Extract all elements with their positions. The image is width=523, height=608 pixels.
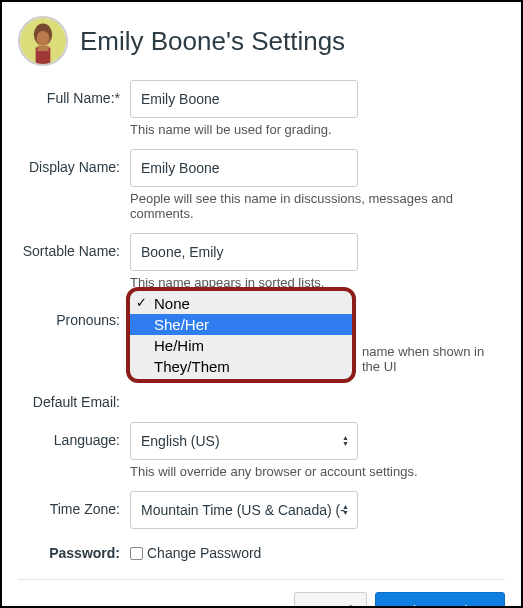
full-name-hint: This name will be used for grading. <box>130 122 505 137</box>
language-select[interactable]: English (US) ▲▼ <box>130 422 358 460</box>
row-time-zone: Time Zone: Mountain Time (US & Canada) (… <box>18 491 505 529</box>
row-full-name: Full Name:* Emily Boone This name will b… <box>18 80 505 143</box>
option-label: She/Her <box>154 316 209 333</box>
time-zone-select[interactable]: Mountain Time (US & Canada) (- ▲▼ <box>130 491 358 529</box>
svg-rect-4 <box>37 46 48 52</box>
time-zone-value: Mountain Time (US & Canada) (- <box>141 502 345 518</box>
language-hint: This will override any browser or accoun… <box>130 464 505 479</box>
page-title: Emily Boone's Settings <box>80 26 345 57</box>
change-password-checkbox[interactable] <box>130 547 143 560</box>
sortable-name-value: Boone, Emily <box>141 244 223 260</box>
full-name-input[interactable]: Emily Boone <box>130 80 358 118</box>
select-arrows-icon: ▲▼ <box>342 504 349 516</box>
update-label: Update Settings <box>390 603 490 608</box>
row-password: Password: Change Password <box>18 535 505 561</box>
change-password-label: Change Password <box>147 545 261 561</box>
label-sortable-name: Sortable Name: <box>18 233 130 259</box>
display-name-value: Emily Boone <box>141 160 220 176</box>
pronouns-option-they-them[interactable]: They/Them <box>130 356 352 377</box>
full-name-value: Emily Boone <box>141 91 220 107</box>
settings-header: Emily Boone's Settings <box>18 16 505 66</box>
label-full-name: Full Name:* <box>18 80 130 106</box>
row-display-name: Display Name: Emily Boone People will se… <box>18 149 505 227</box>
update-settings-button[interactable]: Update Settings <box>375 592 505 608</box>
label-language: Language: <box>18 422 130 448</box>
label-pronouns: Pronouns: <box>18 302 130 328</box>
label-default-email: Default Email: <box>18 386 130 410</box>
pronouns-option-she-her[interactable]: She/Her <box>130 314 352 335</box>
check-icon: ✓ <box>136 295 147 310</box>
option-label: None <box>154 295 190 312</box>
option-label: He/Him <box>154 337 204 354</box>
label-password: Password: <box>18 535 130 561</box>
display-name-hint: People will see this name in discussions… <box>130 191 505 221</box>
language-value: English (US) <box>141 433 220 449</box>
display-name-input[interactable]: Emily Boone <box>130 149 358 187</box>
sortable-name-input[interactable]: Boone, Emily <box>130 233 358 271</box>
label-display-name: Display Name: <box>18 149 130 175</box>
cancel-label: Cancel <box>309 603 353 608</box>
row-default-email: Default Email: <box>18 386 505 416</box>
label-time-zone: Time Zone: <box>18 491 130 517</box>
option-label: They/Them <box>154 358 230 375</box>
footer: Cancel Update Settings <box>18 592 505 608</box>
pronouns-option-none[interactable]: ✓ None <box>130 293 352 314</box>
separator <box>18 579 505 580</box>
pronouns-dropdown[interactable]: ✓ None She/Her He/Him They/Them <box>126 287 356 383</box>
cancel-button[interactable]: Cancel <box>294 592 368 608</box>
avatar[interactable] <box>18 16 68 66</box>
svg-point-2 <box>37 31 50 46</box>
row-language: Language: English (US) ▲▼ This will over… <box>18 422 505 485</box>
select-arrows-icon: ▲▼ <box>342 435 349 447</box>
pronouns-option-he-him[interactable]: He/Him <box>130 335 352 356</box>
